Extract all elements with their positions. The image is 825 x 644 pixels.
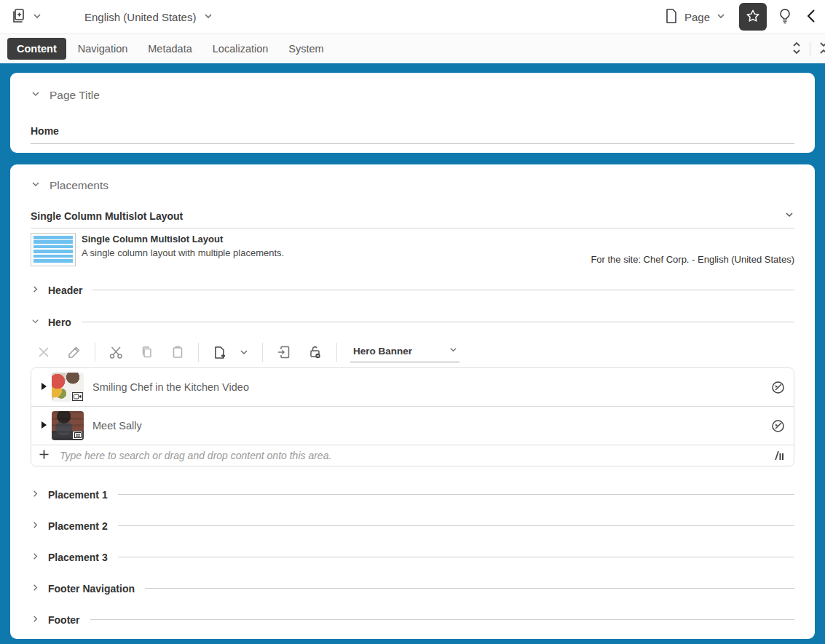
section-footer-row[interactable]: Footer	[31, 613, 794, 626]
cut-scissors-icon	[108, 345, 124, 360]
personalization-icon[interactable]	[773, 450, 785, 461]
divider	[198, 343, 199, 362]
section-footer-navigation-label: Footer Navigation	[48, 583, 135, 595]
section-footer-navigation-row[interactable]: Footer Navigation	[31, 582, 794, 595]
copy-button[interactable]	[134, 342, 160, 362]
tab-localization[interactable]: Localization	[204, 39, 277, 59]
content-tabbar: Content Navigation Metadata Localization…	[0, 33, 825, 63]
edit-pencil-icon	[67, 345, 82, 359]
chevron-right-icon	[31, 613, 40, 627]
page-title-input[interactable]: Home	[31, 125, 794, 144]
new-content-chevron[interactable]	[233, 344, 255, 360]
new-page-icon	[9, 7, 26, 27]
lock-badge-icon	[307, 344, 323, 360]
hero-type-dropdown[interactable]: Hero Banner	[350, 342, 459, 362]
chevron-right-icon	[31, 488, 40, 501]
import-content-icon	[276, 345, 291, 360]
new-content-button[interactable]	[206, 342, 233, 363]
import-content-button[interactable]	[270, 342, 297, 363]
placements-section-header[interactable]: Placements	[31, 179, 794, 192]
hero-item-title: Smiling Chef in the Kitchen Video	[92, 381, 771, 393]
page-icon	[664, 8, 679, 26]
collapse-all-button[interactable]	[818, 41, 825, 57]
new-content-icon	[212, 345, 227, 360]
delete-button[interactable]	[31, 342, 57, 362]
section-placement2-label: Placement 2	[48, 520, 108, 532]
new-page-chevron[interactable]	[32, 11, 42, 23]
hero-item-row[interactable]: Meet Sally	[31, 407, 794, 445]
tab-system[interactable]: System	[280, 39, 332, 59]
page-type-label: Page	[684, 11, 710, 23]
content-thumbnail	[52, 373, 84, 402]
cut-button[interactable]	[103, 342, 130, 363]
language-label: English (United States)	[84, 11, 196, 23]
chevron-down-icon	[239, 347, 249, 357]
tab-content[interactable]: Content	[7, 38, 66, 60]
expand-all-button[interactable]	[791, 41, 802, 57]
site-note: For the site: Chef Corp. - English (Unit…	[591, 254, 794, 266]
chevron-right-icon	[31, 582, 40, 595]
divider	[118, 494, 794, 495]
chevron-right-icon	[31, 284, 40, 297]
not-available-icon[interactable]	[771, 381, 785, 394]
chevron-down-icon	[449, 344, 458, 357]
chevron-down-icon	[716, 11, 726, 23]
divider	[810, 41, 810, 56]
expand-caret-icon[interactable]	[40, 419, 47, 432]
hero-add-content-row[interactable]: Type here to search or drag and drop con…	[31, 445, 794, 466]
edit-canvas: Page Title Home Placements Single Column…	[0, 63, 825, 644]
divider	[336, 343, 337, 362]
collapse-all-icon	[818, 41, 825, 57]
hero-items-list: Smiling Chef in the Kitchen Video	[31, 367, 794, 466]
chevron-down-icon	[32, 11, 42, 23]
section-hero-row[interactable]: Hero	[31, 316, 794, 328]
star-icon	[745, 8, 761, 26]
article-badge-icon	[72, 431, 83, 440]
section-hero-label: Hero	[48, 317, 71, 328]
hero-toolbar: Hero Banner	[31, 339, 794, 365]
layout-dropdown-value: Single Column Multislot Layout	[31, 210, 183, 222]
tab-navigation[interactable]: Navigation	[69, 39, 137, 59]
edit-button[interactable]	[61, 342, 87, 362]
section-placement3-row[interactable]: Placement 3	[31, 551, 794, 563]
copy-icon	[140, 345, 154, 359]
layout-thumbnail	[31, 233, 76, 266]
layout-dropdown[interactable]: Single Column Multislot Layout	[31, 210, 794, 228]
paste-button[interactable]	[165, 342, 191, 362]
chevron-down-icon	[203, 11, 213, 23]
hero-item-row[interactable]: Smiling Chef in the Kitchen Video	[31, 368, 794, 407]
hero-search-placeholder: Type here to search or drag and drop con…	[60, 450, 773, 461]
tab-metadata[interactable]: Metadata	[139, 39, 200, 59]
divider	[118, 557, 794, 557]
section-placement2-row[interactable]: Placement 2	[31, 520, 794, 532]
chevron-down-icon	[784, 210, 794, 223]
layout-stripes-graphic	[33, 236, 73, 263]
page-title-card: Page Title Home	[10, 73, 815, 153]
section-placement1-label: Placement 1	[48, 489, 108, 501]
divider	[92, 290, 794, 290]
section-footer-label: Footer	[48, 614, 80, 626]
section-header-row[interactable]: Header	[31, 284, 794, 296]
chevron-down-icon	[31, 179, 41, 192]
section-placement3-label: Placement 3	[48, 552, 108, 563]
page-title-section-label: Page Title	[50, 89, 100, 102]
section-header-label: Header	[48, 285, 82, 296]
layout-preview: Single Column Multislot Layout A single …	[31, 233, 794, 266]
page-title-section-header[interactable]: Page Title	[31, 89, 794, 102]
collapse-panel-button[interactable]	[805, 8, 818, 26]
placements-card: Placements Single Column Multislot Layou…	[10, 164, 815, 639]
expand-caret-icon[interactable]	[40, 381, 47, 394]
page-type-selector[interactable]: Page	[664, 8, 726, 26]
video-badge-icon	[72, 392, 83, 401]
hints-button[interactable]	[777, 7, 793, 27]
language-selector[interactable]: English (United States)	[84, 11, 213, 23]
chevron-right-icon	[31, 520, 40, 533]
section-placement1-row[interactable]: Placement 1	[31, 488, 794, 501]
not-available-icon[interactable]	[771, 419, 785, 433]
new-page-button[interactable]	[9, 7, 26, 27]
hero-item-title: Meet Sally	[92, 420, 771, 432]
top-toolbar: English (United States) Page	[0, 0, 825, 33]
chevron-down-icon	[31, 89, 41, 102]
favorite-button[interactable]	[739, 3, 767, 31]
lock-button[interactable]	[301, 341, 329, 363]
